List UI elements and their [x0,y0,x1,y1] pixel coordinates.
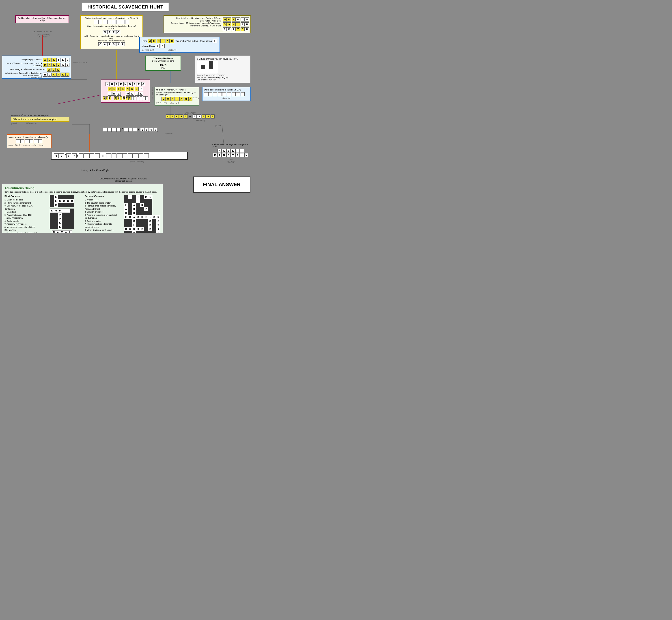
cell: A [103,42,107,46]
cell [205,65,209,69]
cell: 9 [145,128,149,132]
cell: U [152,39,156,43]
cell [70,217,74,221]
table-row: E [50,225,74,229]
cell [231,92,236,96]
asterisk-cell: * [139,87,143,91]
jfk-cells: 4 0 6 4 3 – 7 3 7 8 2 [166,114,215,118]
cell [241,92,245,96]
cell: L [56,63,60,67]
allies-cells-3: A L L [47,68,60,72]
table-row [197,69,217,73]
cell: R [112,30,116,34]
dash: – [188,114,192,118]
year-1974: 1974 [147,63,179,66]
forty-pct-label: (40%) [215,124,221,127]
defense-cells: D E F E N S E * [103,87,148,91]
cell: N [222,153,226,157]
table-row: BOS [124,219,160,223]
cell [213,92,217,96]
warmth-clue: A bit of warmth, but praise for Les mixe… [82,35,141,37]
cell: S [223,27,227,31]
allies-clue-4: What Reagan often couldn't do during his… [4,72,42,76]
cell [112,128,116,132]
list-item: 8. Inexpensive competitor of Gear, Rift,… [4,226,39,232]
cell [95,153,100,158]
svg-line-5 [56,94,105,104]
cell [70,209,74,213]
cell: M [54,209,58,213]
cell [58,203,62,207]
cell [137,96,139,100]
list-item: 6. Spot or smudge [85,220,119,223]
swap-last-two: (swap last two) [72,61,87,64]
cell: R [121,42,125,46]
cell: M [223,17,227,21]
cell: E [61,58,65,62]
world-leader-cells [204,92,249,96]
table-row: CD [124,211,160,215]
cell: A [116,42,120,46]
anag-note: anag. [82,37,141,40]
world-leader-clue: World leader: Save me a satellite (3, 2,… [204,89,249,91]
author-section: (author) Arthur Conan Doyle [81,169,109,171]
endless-clue: Endless studying of body left surroundin… [156,91,198,96]
cell: S [241,22,245,27]
cell: U [241,17,245,21]
table-row: S [50,195,74,199]
cell: W [126,92,130,96]
cell: T [231,153,235,157]
cell: T [175,97,179,101]
cell: A [56,72,60,76]
cell: 6 [149,128,153,132]
cell: H [170,39,174,43]
last-two-note: (last two) [168,49,176,51]
einstein-cells: E I N S T E I N [212,153,250,157]
cell [227,92,231,96]
cell: E [236,153,240,157]
fraction-cells: / / 1 9 6 0 [103,127,172,132]
list-item: 8. When divided, it can't stand — Lincol… [85,229,119,233]
cell: O [62,199,66,203]
cell [122,153,127,158]
cell: E [231,149,235,153]
cell: E [236,17,240,21]
second-digit-note: (second digit) [142,49,154,51]
cell: A [48,63,52,67]
cell: N [231,22,236,27]
sketch-row: S K E T C H [223,27,249,31]
second-third-clue: Second third: ~52.9 picometers' namesake… [165,22,221,24]
cell: U [227,17,231,21]
cell: D [108,87,112,91]
cell [79,153,84,158]
all-saints-row: A L L S A I N T S [103,96,148,100]
cell: C [165,39,169,43]
cell: 7 [72,153,76,158]
cell: E [48,72,52,76]
cell [70,213,74,217]
anagrams-label: anagrams of "snot scan" and "ornate pimp… [11,114,69,116]
cell [94,20,98,24]
cell [34,139,38,143]
page-title: HISTORICAL SCAVENGER HUNT [82,3,169,11]
cell [58,195,62,199]
cell: C [58,199,62,203]
cell: E [54,199,58,203]
died-in-label: (died in) [212,161,250,163]
cell [54,221,58,225]
cell [197,69,201,73]
cell: 3 [197,114,201,118]
cell: 4 [179,114,183,118]
naval-table: N A V A L [52,230,72,233]
cell [197,61,201,65]
last2-jfk: (last 2) [193,96,199,99]
gloop-cells [82,20,141,24]
cell [134,96,137,100]
einstein-clue: A tribe's lenient arrangement was genius… [212,143,250,148]
cell: C [241,27,245,31]
elected-in-label: (elected in) [195,119,205,122]
cell: 3 [184,114,188,118]
cell [66,217,70,221]
cell: L [52,58,56,62]
area-code-label: (area code) [156,101,167,104]
